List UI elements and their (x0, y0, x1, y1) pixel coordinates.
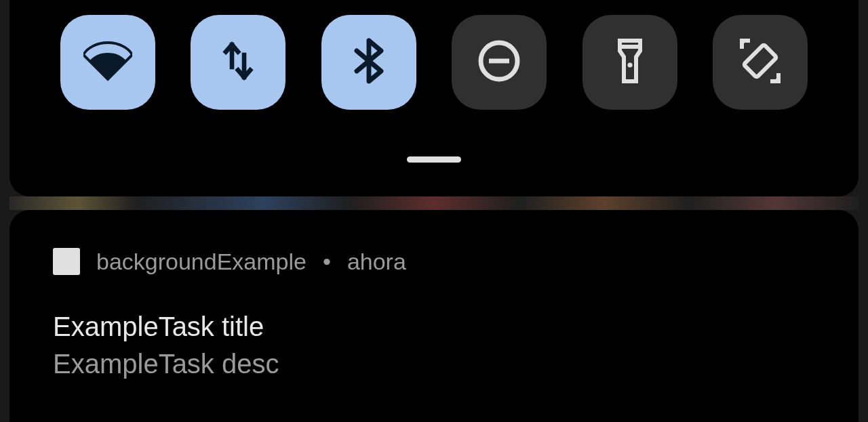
notification-app-name: backgroundExample (96, 249, 307, 275)
svg-point-2 (627, 62, 632, 67)
notification-app-icon (53, 248, 80, 275)
do-not-disturb-tile[interactable] (452, 15, 547, 110)
notification-time: ahora (347, 249, 406, 275)
notification-separator: • (323, 249, 331, 275)
mobile-data-icon (214, 37, 262, 88)
flashlight-icon (606, 37, 654, 88)
auto-rotate-icon (736, 37, 785, 88)
notification-title: ExampleTask title (53, 312, 815, 342)
bluetooth-icon (344, 37, 393, 88)
home-screen-gap (9, 196, 859, 210)
do-not-disturb-icon (475, 37, 524, 88)
flashlight-tile[interactable] (583, 15, 677, 110)
quick-settings-panel (9, 0, 859, 196)
svg-rect-3 (744, 45, 777, 78)
mobile-data-tile[interactable] (191, 15, 285, 110)
notification-card[interactable]: backgroundExample • ahora ExampleTask ti… (9, 210, 859, 422)
wifi-icon (83, 37, 132, 88)
auto-rotate-tile[interactable] (713, 15, 808, 110)
quick-settings-tiles-row (9, 15, 859, 110)
panel-drag-handle[interactable] (407, 156, 461, 163)
notification-description: ExampleTask desc (53, 349, 815, 379)
wifi-tile[interactable] (60, 15, 155, 110)
bluetooth-tile[interactable] (321, 15, 416, 110)
notification-header: backgroundExample • ahora (53, 248, 815, 275)
